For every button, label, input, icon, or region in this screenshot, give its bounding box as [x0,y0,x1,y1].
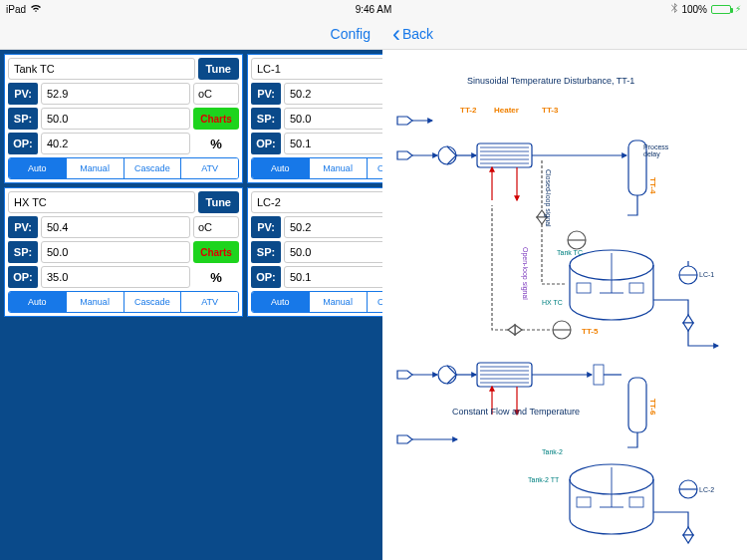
op-unit: % [193,266,239,288]
svg-rect-14 [577,497,591,507]
controller-title-input[interactable] [8,191,195,213]
tune-button[interactable]: Tune [198,191,239,213]
clock: 9:46 AM [356,4,392,15]
sp-label: SP: [251,108,281,130]
sp-input[interactable] [41,241,190,263]
pv-label: PV: [8,83,38,105]
tag-heater: Heater [494,106,519,115]
op-label: OP: [8,266,38,288]
tag-tt6: TT-6 [648,399,657,415]
svg-rect-5 [629,283,643,293]
pv-unit: oC [193,83,239,105]
tag-open-loop: Open-loop signal [522,247,529,300]
config-button[interactable]: Config [331,26,371,42]
mode-auto[interactable]: Auto [252,158,310,178]
op-label: OP: [8,133,38,154]
controller-card: Tune PV: oC SP: Charts OP: % AutoManualC… [4,54,243,183]
tag-tt3: TT-3 [542,106,558,115]
svg-rect-4 [577,283,591,293]
pv-label: PV: [251,216,281,238]
mode-atv[interactable]: ATV [181,158,238,178]
sp-label: SP: [8,241,38,263]
mode-manual[interactable]: Manual [310,158,368,178]
sp-label: SP: [8,108,38,130]
diagram-title-2: Constant Flow and Temperature [452,407,580,417]
tag-tt2: TT-2 [460,106,476,115]
op-unit: % [193,133,239,154]
pv-label: PV: [251,83,281,105]
bluetooth-icon [671,3,677,15]
tag-process-delay: Process delay [643,143,668,157]
sp-input[interactable] [41,108,190,130]
diagram-panel: Back [382,18,747,560]
back-button[interactable]: Back [392,26,433,42]
controller-title-input[interactable] [8,58,195,80]
pv-input[interactable] [41,83,190,105]
mode-manual[interactable]: Manual [67,292,124,312]
mode-segmented-control[interactable]: AutoManualCascadeATV [8,157,239,179]
mode-cascade[interactable]: Cascade [124,158,182,178]
device-label: iPad [6,4,26,15]
pv-label: PV: [8,216,38,238]
tag-lc1: LC-1 [699,271,714,278]
battery-pct: 100% [681,4,707,15]
svg-rect-12 [628,378,646,432]
svg-point-9 [438,366,456,384]
pv-input[interactable] [41,216,190,238]
tag-tank2: Tank-2 [542,448,563,455]
sp-label: SP: [251,241,281,263]
tag-tank-tc: Tank TC [557,249,583,256]
mode-manual[interactable]: Manual [310,292,368,312]
tag-closed-loop: Closed-loop signal [545,169,552,227]
controller-card: Tune PV: oC SP: Charts OP: % AutoManualC… [4,187,243,317]
mode-auto[interactable]: Auto [9,158,67,178]
op-label: OP: [251,266,281,288]
left-toolbar: Config [0,18,382,50]
tag-tt4: TT-4 [648,177,657,193]
tag-lc2: LC-2 [699,486,714,493]
op-label: OP: [251,133,281,154]
op-input[interactable] [41,133,190,154]
tag-hx-tc: HX TC [542,299,563,306]
svg-point-0 [438,146,456,164]
op-input[interactable] [41,266,190,288]
tag-tank2tt: Tank-2 TT [528,476,559,483]
mode-auto[interactable]: Auto [9,292,67,312]
charts-button[interactable]: Charts [193,241,239,263]
svg-rect-15 [629,497,643,507]
pv-unit: oC [193,216,239,238]
tag-tt5: TT-5 [582,327,598,336]
status-bar: iPad 9:46 AM 100% ⚡︎ [0,0,747,18]
diagram-title-1: Sinusoidal Temperature Disturbance, TT-1 [467,76,634,86]
charging-icon: ⚡︎ [735,4,741,14]
controllers-panel: Config Tune PV: oC SP: Charts OP: % Auto… [0,18,382,560]
wifi-icon [30,4,42,15]
mode-manual[interactable]: Manual [67,158,124,178]
charts-button[interactable]: Charts [193,108,239,130]
battery-icon [711,5,731,14]
tune-button[interactable]: Tune [198,58,239,80]
svg-rect-11 [594,365,604,385]
process-diagram: Sinusoidal Temperature Disturbance, TT-1… [382,50,747,560]
right-toolbar: Back [382,18,747,50]
mode-atv[interactable]: ATV [181,292,238,312]
mode-segmented-control[interactable]: AutoManualCascadeATV [8,291,239,313]
mode-cascade[interactable]: Cascade [124,292,182,312]
mode-auto[interactable]: Auto [252,292,310,312]
